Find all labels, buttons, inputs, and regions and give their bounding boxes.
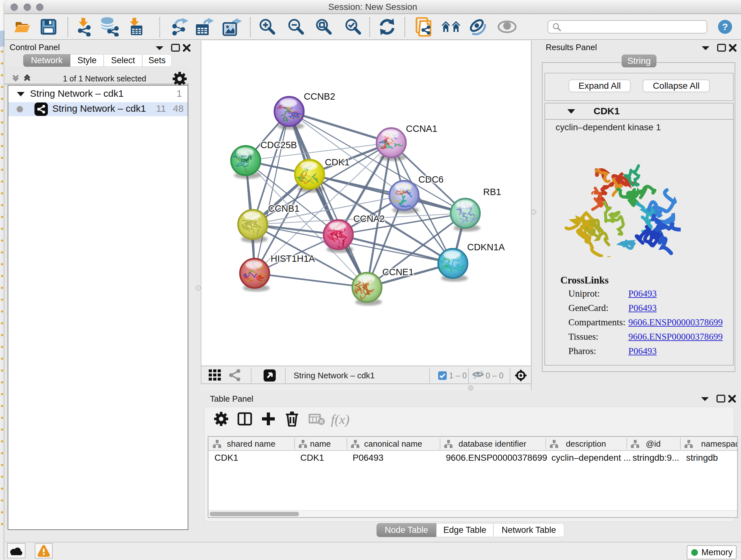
svg-text:CDKN1A: CDKN1A bbox=[467, 242, 505, 252]
svg-text:CCNB2: CCNB2 bbox=[304, 91, 335, 102]
svg-text:CCNA1: CCNA1 bbox=[406, 124, 437, 134]
svg-text:?: ? bbox=[722, 21, 728, 32]
svg-text:CCNA2: CCNA2 bbox=[353, 213, 385, 224]
svg-text:CDK1: CDK1 bbox=[325, 157, 349, 167]
svg-text:CCNB1: CCNB1 bbox=[268, 203, 299, 213]
svg-text:CDC6: CDC6 bbox=[418, 174, 444, 185]
svg-text:CCNE1: CCNE1 bbox=[382, 267, 414, 277]
svg-text:RB1: RB1 bbox=[483, 187, 501, 197]
svg-text:CDC25B: CDC25B bbox=[260, 140, 297, 150]
svg-text:HIST1H1A: HIST1H1A bbox=[271, 253, 315, 264]
